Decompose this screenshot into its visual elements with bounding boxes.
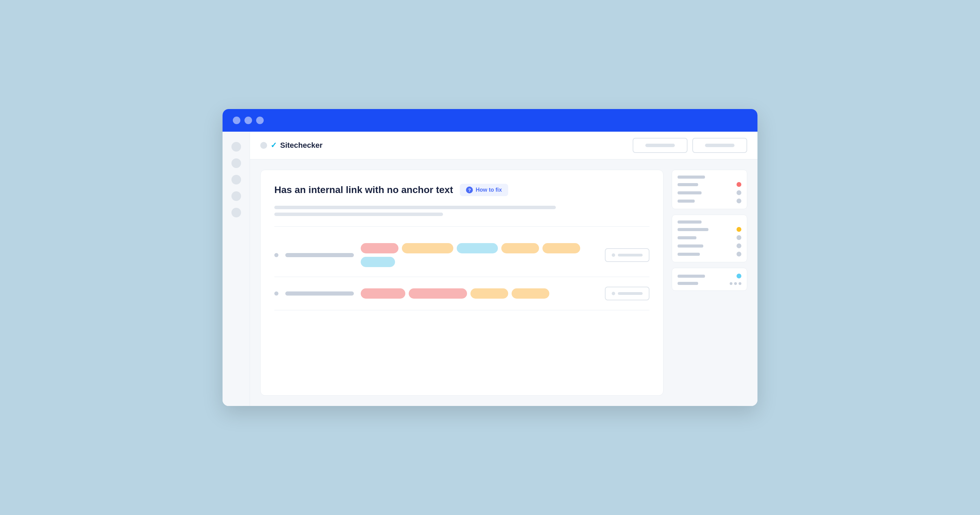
sidebar-circle-3 <box>231 175 241 184</box>
row-indicator-2 <box>274 291 278 296</box>
rs-item-2-4 <box>678 243 741 248</box>
tag-blue-2 <box>361 257 395 267</box>
rs-bar-2-4 <box>678 245 703 248</box>
tag-orange-5 <box>512 288 549 299</box>
rs-dot-orange <box>737 227 741 232</box>
rs-bar-1-2 <box>678 183 698 186</box>
rs-item-1-1 <box>678 176 741 179</box>
logo-text: Sitechecker <box>280 141 323 150</box>
rs-dot-red <box>737 182 741 187</box>
panel-header: Has an internal link with no anchor text… <box>274 184 649 196</box>
section-divider <box>274 226 649 227</box>
traffic-light-yellow <box>245 116 252 124</box>
rs-section-1 <box>672 170 747 209</box>
rs-dot-gray-1 <box>737 190 741 195</box>
row-url-bar-2 <box>285 291 354 296</box>
row-action-button-1[interactable] <box>605 248 649 262</box>
action-btn-bar-2 <box>618 292 643 295</box>
rs-item-2-2 <box>678 227 741 232</box>
rs-dots-group <box>730 282 741 285</box>
main-content: Has an internal link with no anchor text… <box>250 159 757 406</box>
table-row <box>274 234 649 277</box>
row-url-bar-1 <box>285 253 354 257</box>
desc-bar-medium <box>274 213 443 216</box>
how-to-fix-button[interactable]: ? How to fix <box>460 184 508 196</box>
content-area: ✓ Sitechecker Has <box>250 132 757 406</box>
row-action-button-2[interactable] <box>605 287 649 300</box>
left-sidebar <box>223 132 250 406</box>
rs-section-2 <box>672 215 747 262</box>
tag-blue-1 <box>457 243 498 253</box>
browser-window: ✓ Sitechecker Has <box>223 109 757 406</box>
rs-dot-gray-5 <box>737 252 741 256</box>
tag-pink-3 <box>409 288 467 299</box>
rs-dot-sm-2 <box>734 282 737 285</box>
rs-item-3-1 <box>678 273 741 278</box>
nav-button-1[interactable] <box>633 138 687 153</box>
tag-pink-1 <box>361 243 398 253</box>
row-indicator-1 <box>274 253 278 257</box>
rs-dot-sm-1 <box>730 282 732 285</box>
rs-bar-2-2 <box>678 228 708 231</box>
rs-item-1-2 <box>678 182 741 187</box>
rs-bar-2-5 <box>678 253 700 256</box>
rs-item-1-3 <box>678 190 741 195</box>
row-tags-2 <box>361 288 598 299</box>
how-to-fix-label: How to fix <box>476 187 502 193</box>
traffic-light-green <box>256 116 264 124</box>
rs-dot-gray-3 <box>737 235 741 240</box>
rs-bar-1-4 <box>678 200 695 203</box>
main-panel: Has an internal link with no anchor text… <box>260 170 663 396</box>
rs-bar-2-1 <box>678 221 702 224</box>
nav-btn-bar-2 <box>705 144 735 147</box>
rs-bar-1-3 <box>678 191 702 194</box>
browser-titlebar <box>223 109 757 132</box>
how-to-fix-icon: ? <box>466 186 473 193</box>
action-btn-dot-1 <box>612 253 615 257</box>
rs-bar-2-3 <box>678 236 697 239</box>
desc-bar-long <box>274 206 556 209</box>
rs-bar-3-2 <box>678 282 698 285</box>
logo-circle <box>260 142 267 149</box>
nav-btn-bar-1 <box>645 144 675 147</box>
rs-item-2-1 <box>678 221 741 224</box>
rs-bar-3-1 <box>678 275 705 278</box>
nav-button-2[interactable] <box>692 138 747 153</box>
rs-dot-blue <box>737 273 741 278</box>
tag-orange-1 <box>402 243 453 253</box>
sidebar-circle-5 <box>231 208 241 218</box>
rs-item-2-3 <box>678 235 741 240</box>
rs-dot-gray-4 <box>737 243 741 248</box>
rs-bar-1-1 <box>678 176 705 179</box>
rs-item-2-5 <box>678 252 741 256</box>
rs-section-3 <box>672 268 747 291</box>
tag-orange-4 <box>471 288 508 299</box>
rs-item-1-4 <box>678 199 741 203</box>
nav-buttons <box>633 138 747 153</box>
sidebar-circle-4 <box>231 191 241 201</box>
row-tags-1 <box>361 243 598 267</box>
sidebar-circle-2 <box>231 158 241 168</box>
tag-orange-3 <box>542 243 580 253</box>
rs-dot-sm-3 <box>738 282 741 285</box>
description-bars <box>274 206 649 216</box>
tag-orange-2 <box>501 243 539 253</box>
rs-dot-gray-2 <box>737 199 741 203</box>
right-sidebar <box>672 170 747 396</box>
logo-check-icon: ✓ <box>270 141 277 150</box>
top-nav: ✓ Sitechecker <box>250 132 757 159</box>
action-btn-dot-2 <box>612 292 615 295</box>
logo-area: ✓ Sitechecker <box>260 141 323 150</box>
table-row-2 <box>274 277 649 310</box>
browser-body: ✓ Sitechecker Has <box>223 132 757 406</box>
action-btn-bar-1 <box>618 254 643 256</box>
sidebar-circle-1 <box>231 142 241 151</box>
rs-item-3-2 <box>678 282 741 285</box>
traffic-light-red <box>233 116 240 124</box>
tag-pink-2 <box>361 288 405 299</box>
panel-title: Has an internal link with no anchor text <box>274 184 453 196</box>
